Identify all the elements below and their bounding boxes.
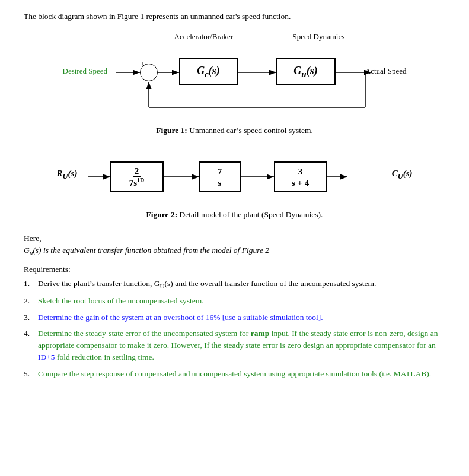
ru-label: RU(s) <box>57 169 78 181</box>
gu-label: Gu(s) <box>293 65 317 80</box>
box-a-denominator: 7s1D <box>127 177 146 188</box>
fig1-caption: Figure 1: Unmanned car’s speed control s… <box>156 126 313 135</box>
item-num: 5. <box>24 368 30 380</box>
list-item: 2. Sketch the root locus of the uncompen… <box>24 295 445 307</box>
desired-speed-label: Desired Speed <box>63 66 107 76</box>
fig1-accel-label: Accelerator/Braker <box>174 32 234 42</box>
item-text-part2: fold reduction in settling time. <box>55 353 154 361</box>
intro-text: The block diagram shown in Figure 1 repr… <box>24 12 445 21</box>
fig1-speed-label: Speed Dynamics <box>293 32 345 42</box>
requirements-section: Requirements: 1. Derive the plant’s tran… <box>24 265 445 380</box>
list-item: 4. Determine the steady-state error of t… <box>24 328 445 364</box>
box-b-denominator: s <box>216 177 224 188</box>
figure1-diagram: Desired Speed + Gc(s) Gu(s) Actual Speed <box>63 45 407 122</box>
gu-block: Gu(s) <box>276 58 336 85</box>
box-a-numerator: 2 <box>133 166 141 177</box>
requirements-list: 1. Derive the plant’s transfer function,… <box>24 278 445 380</box>
block-b: 7 s <box>199 161 241 192</box>
requirements-title: Requirements: <box>24 265 445 274</box>
item-text: Sketch the root locus of the uncompensat… <box>38 296 204 305</box>
gc-block: Gc(s) <box>179 58 238 85</box>
actual-speed-label: Actual Speed <box>365 66 407 76</box>
box-c-numerator: 3 <box>296 166 305 177</box>
list-item: 3. Determine the gain of the system at a… <box>24 312 445 323</box>
fig2-caption: Figure 2: Detail model of the plant (Spe… <box>146 210 323 220</box>
box-b-numerator: 7 <box>216 166 224 177</box>
item-num: 3. <box>24 312 30 323</box>
item-text: Determine the gain of the system at an o… <box>38 313 323 322</box>
item-num: 1. <box>24 278 30 290</box>
gu-equiv-text: Gu(s) is the equivalent transfer functio… <box>24 246 445 256</box>
figure2-diagram: RU(s) 2 7s1D 7 s 3 s + 4 CU(s) <box>57 153 413 207</box>
cu-label: CU(s) <box>392 169 413 181</box>
gc-label: Gc(s) <box>197 65 220 80</box>
item-num: 2. <box>24 295 30 307</box>
box-c-denominator: s + 4 <box>290 177 311 188</box>
list-item: 5. Compare the step response of compensa… <box>24 368 445 380</box>
block-a: 2 7s1D <box>110 161 164 192</box>
item-text: Compare the step response of compensated… <box>38 369 431 378</box>
summing-junction <box>140 64 158 81</box>
figure2-container: RU(s) 2 7s1D 7 s 3 s + 4 CU(s) Figure 2: <box>24 153 445 228</box>
here-section: Here, Gu(s) is the equivalent transfer f… <box>24 234 445 256</box>
item-text-part1: Determine the steady-state error of the … <box>38 329 438 350</box>
figure1-container: Accelerator/Braker Speed Dynamics Des <box>24 32 445 147</box>
block-c: 3 s + 4 <box>274 161 327 192</box>
here-text: Here, <box>24 234 445 243</box>
id5-text: ID+5 <box>38 353 55 361</box>
list-item: 1. Derive the plant’s transfer function,… <box>24 278 445 291</box>
item-num: 4. <box>24 328 30 339</box>
